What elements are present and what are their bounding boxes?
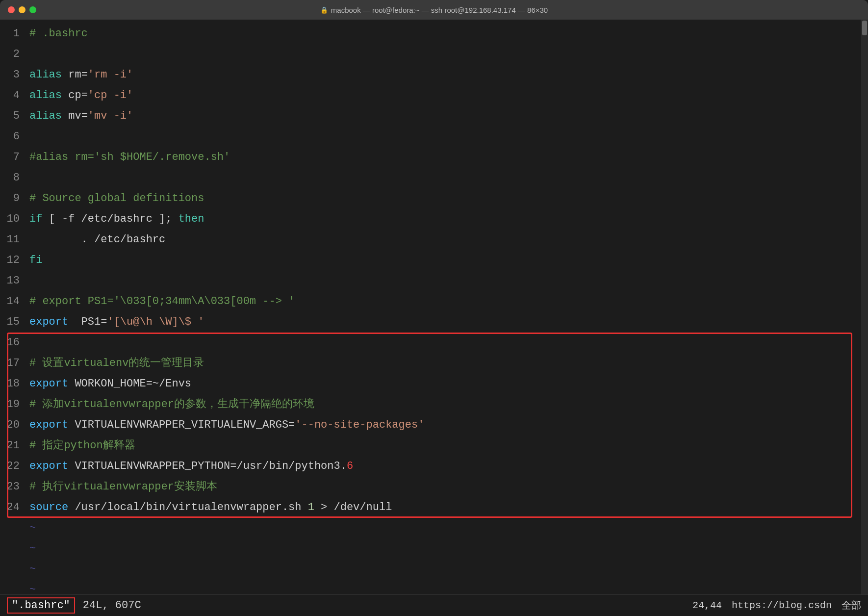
minimize-button[interactable] xyxy=(19,6,26,13)
table-row: 3alias rm='rm -i' xyxy=(0,65,861,85)
line-number: 19 xyxy=(0,394,29,415)
line-number: 5 xyxy=(0,106,29,127)
line-content: export VIRTUALENVWRAPPER_VIRTUALENV_ARGS… xyxy=(29,415,424,436)
line-number: 8 xyxy=(0,168,29,188)
terminal-window: 🔒 macbook — root@fedora:~ — ssh root@192… xyxy=(0,0,868,616)
status-filename: ".bashrc" xyxy=(7,597,75,614)
line-content: # 设置virtualenv的统一管理目录 xyxy=(29,353,204,374)
table-row: 14# export PS1='\033[0;34mm\A\033[00m --… xyxy=(0,291,861,312)
line-number: 16 xyxy=(0,333,29,353)
tilde-line: ~ xyxy=(0,539,861,559)
tilde-line: ~ xyxy=(0,580,861,594)
close-button[interactable] xyxy=(8,6,15,13)
table-row: 4alias cp='cp -i' xyxy=(0,85,861,106)
status-right: 24,44 https://blog.csdn 全部 xyxy=(692,599,861,612)
tilde-line: ~ xyxy=(0,518,861,539)
table-row: 17# 设置virtualenv的统一管理目录 xyxy=(0,353,861,374)
table-row: 19# 添加virtualenvwrapper的参数，生成干净隔绝的环境 xyxy=(0,394,861,415)
line-content: # 执行virtualenvwrapper安装脚本 xyxy=(29,477,217,497)
line-content: # .bashrc xyxy=(29,24,88,44)
line-number: 12 xyxy=(0,250,29,271)
table-row: 6 xyxy=(0,127,861,147)
line-content: export PS1='[\u@\h \W]\$ ' xyxy=(29,312,204,333)
line-number: 11 xyxy=(0,230,29,250)
line-number: 7 xyxy=(0,147,29,168)
line-number: 10 xyxy=(0,209,29,230)
table-row: 1# .bashrc xyxy=(0,24,861,44)
table-row: 20export VIRTUALENVWRAPPER_VIRTUALENV_AR… xyxy=(0,415,861,436)
line-number: 13 xyxy=(0,271,29,291)
table-row: 23# 执行virtualenvwrapper安装脚本 xyxy=(0,477,861,497)
line-number: 23 xyxy=(0,477,29,497)
line-number: 3 xyxy=(0,65,29,85)
maximize-button[interactable] xyxy=(29,6,36,13)
table-row: 9# Source global definitions xyxy=(0,188,861,209)
line-content: alias mv='mv -i' xyxy=(29,106,133,127)
line-content: if [ -f /etc/bashrc ]; then xyxy=(29,209,204,230)
table-row: 18export WORKON_HOME=~/Envs xyxy=(0,374,861,394)
line-content: alias cp='cp -i' xyxy=(29,85,133,106)
table-row: 5alias mv='mv -i' xyxy=(0,106,861,127)
line-content: . /etc/bashrc xyxy=(29,230,165,250)
line-content: # 添加virtualenvwrapper的参数，生成干净隔绝的环境 xyxy=(29,394,314,415)
tilde-line: ~ xyxy=(0,559,861,580)
full-label: 全部 xyxy=(842,599,861,612)
line-number: 22 xyxy=(0,456,29,477)
line-number: 24 xyxy=(0,497,29,518)
line-content: alias rm='rm -i' xyxy=(29,65,133,85)
line-number: 18 xyxy=(0,374,29,394)
table-row: 13 xyxy=(0,271,861,291)
table-row: 21# 指定python解释器 xyxy=(0,436,861,456)
table-row: 10if [ -f /etc/bashrc ]; then xyxy=(0,209,861,230)
line-number: 17 xyxy=(0,353,29,374)
table-row: 11 . /etc/bashrc xyxy=(0,230,861,250)
line-number: 4 xyxy=(0,85,29,106)
line-number: 14 xyxy=(0,291,29,312)
line-content: source /usr/local/bin/virtualenvwrapper.… xyxy=(29,497,392,518)
line-number: 1 xyxy=(0,24,29,44)
line-content: #alias rm='sh $HOME/.remove.sh' xyxy=(29,147,230,168)
table-row: 2 xyxy=(0,44,861,65)
line-number: 6 xyxy=(0,127,29,147)
status-bar: ".bashrc" 24L, 607C 24,44 https://blog.c… xyxy=(0,594,868,616)
table-row: 15export PS1='[\u@\h \W]\$ ' xyxy=(0,312,861,333)
line-number: 21 xyxy=(0,436,29,456)
traffic-lights xyxy=(8,6,36,13)
status-info: 24L, 607C xyxy=(83,599,141,612)
table-row: 7#alias rm='sh $HOME/.remove.sh' xyxy=(0,147,861,168)
line-number: 20 xyxy=(0,415,29,436)
line-content: fi xyxy=(29,250,42,271)
line-number: 2 xyxy=(0,44,29,65)
content-area: 1# .bashrc23alias rm='rm -i'4alias cp='c… xyxy=(0,20,868,594)
table-row: 8 xyxy=(0,168,861,188)
table-row: 16 xyxy=(0,333,861,353)
table-row: 12fi xyxy=(0,250,861,271)
scrollbar-thumb[interactable] xyxy=(862,21,867,35)
line-content: # Source global definitions xyxy=(29,188,204,209)
line-content: export WORKON_HOME=~/Envs xyxy=(29,374,191,394)
lock-icon: 🔒 xyxy=(320,6,328,14)
window-title: 🔒 macbook — root@fedora:~ — ssh root@192… xyxy=(320,6,548,14)
code-lines: 1# .bashrc23alias rm='rm -i'4alias cp='c… xyxy=(0,24,861,518)
table-row: 24source /usr/local/bin/virtualenvwrappe… xyxy=(0,497,861,518)
title-bar: 🔒 macbook — root@fedora:~ — ssh root@192… xyxy=(0,0,868,20)
table-row: 22export VIRTUALENVWRAPPER_PYTHON=/usr/b… xyxy=(0,456,861,477)
line-number: 9 xyxy=(0,188,29,209)
scrollbar[interactable] xyxy=(861,20,868,594)
line-content: # 指定python解释器 xyxy=(29,436,135,456)
cursor-position: 24,44 xyxy=(692,600,722,611)
tilde-area: ~~~~ xyxy=(0,518,861,594)
editor-area: 1# .bashrc23alias rm='rm -i'4alias cp='c… xyxy=(0,20,861,594)
url-info: https://blog.csdn xyxy=(732,600,832,611)
line-number: 15 xyxy=(0,312,29,333)
line-content: export VIRTUALENVWRAPPER_PYTHON=/usr/bin… xyxy=(29,456,353,477)
line-content: # export PS1='\033[0;34mm\A\033[00m --> … xyxy=(29,291,295,312)
